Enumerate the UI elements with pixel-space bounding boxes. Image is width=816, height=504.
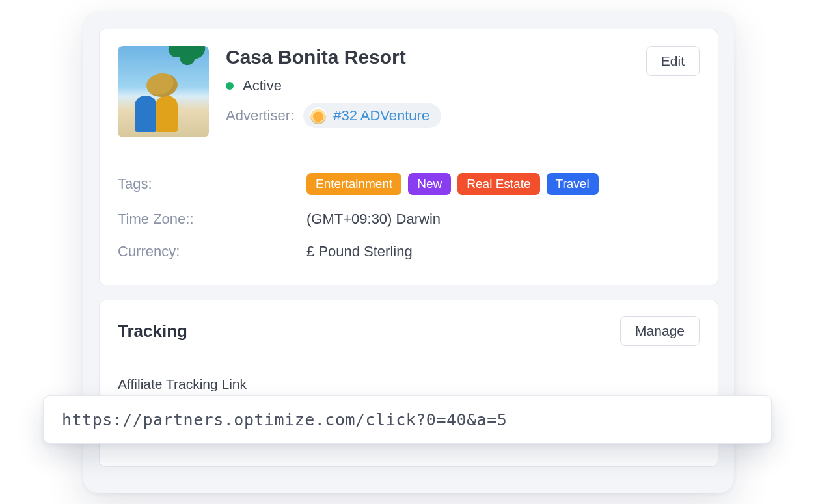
tag[interactable]: Travel	[547, 173, 599, 195]
status-dot-icon	[226, 82, 234, 90]
currency-value: £ Pound Sterling	[306, 243, 413, 260]
offer-title: Casa Bonita Resort	[226, 46, 646, 68]
advertiser-link[interactable]: #32 ADVenture	[303, 103, 441, 128]
currency-row: Currency: £ Pound Sterling	[118, 235, 700, 268]
offer-header-text: Casa Bonita Resort Active Advertiser: #3…	[226, 46, 646, 128]
tags-row: Tags: EntertainmentNewReal EstateTravel	[118, 165, 700, 203]
offer-header: Casa Bonita Resort Active Advertiser: #3…	[100, 29, 718, 153]
offer-details: Tags: EntertainmentNewReal EstateTravel …	[100, 153, 718, 285]
tag[interactable]: New	[408, 173, 451, 195]
edit-button[interactable]: Edit	[646, 46, 700, 76]
timezone-value: (GMT+09:30) Darwin	[306, 211, 441, 228]
timezone-row: Time Zone:: (GMT+09:30) Darwin	[118, 203, 700, 235]
advertiser-link-text: #32 ADVenture	[333, 107, 429, 124]
advertiser-avatar-icon	[310, 107, 327, 124]
tags-list: EntertainmentNewReal EstateTravel	[306, 173, 599, 195]
offer-thumbnail	[118, 46, 209, 137]
manage-button[interactable]: Manage	[620, 316, 700, 346]
status-text: Active	[243, 77, 282, 94]
tracking-header: Tracking Manage	[100, 300, 718, 362]
tracking-title: Tracking	[118, 321, 187, 341]
tag[interactable]: Entertainment	[306, 173, 401, 195]
advertiser-row: Advertiser: #32 ADVenture	[226, 103, 646, 128]
affiliate-link-label: Affiliate Tracking Link	[118, 377, 700, 392]
offer-summary-panel: Casa Bonita Resort Active Advertiser: #3…	[99, 29, 718, 285]
tracking-url-input[interactable]: https://partners.optimize.com/click?0=40…	[43, 395, 772, 444]
timezone-label: Time Zone::	[118, 211, 306, 228]
offer-status: Active	[226, 77, 646, 94]
advertiser-label: Advertiser:	[226, 107, 294, 124]
people-decoration	[135, 86, 187, 132]
tag[interactable]: Real Estate	[457, 173, 539, 195]
tags-label: Tags:	[118, 176, 306, 192]
currency-label: Currency:	[118, 243, 306, 260]
